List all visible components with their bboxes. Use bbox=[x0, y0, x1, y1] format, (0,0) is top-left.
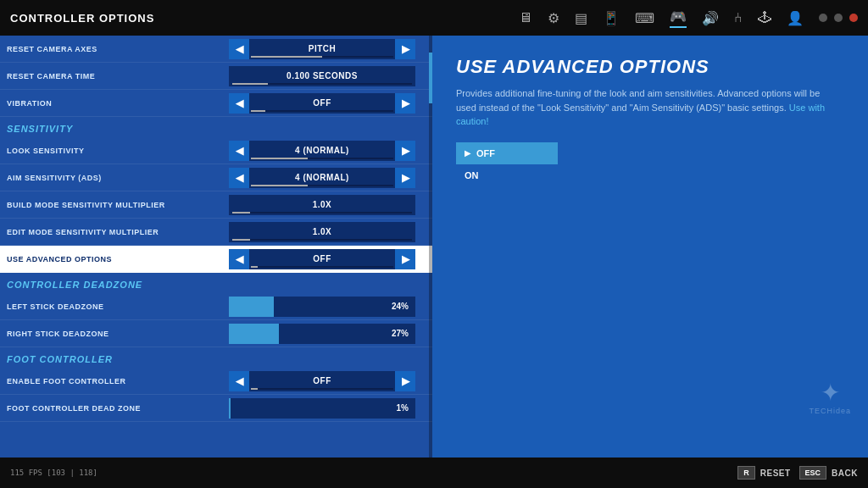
look-right-arrow[interactable]: ▶ bbox=[395, 141, 415, 161]
foot-deadzone-label: FOOT CONTROLLER DEAD ZONE bbox=[7, 404, 219, 413]
build-mode-bar[interactable]: 1.0x bbox=[229, 195, 415, 215]
use-advanced-toggle[interactable]: ◀ OFF ▶ bbox=[229, 249, 415, 269]
look-sensitivity-row[interactable]: LOOK SENSITIVITY ◀ 4 (NORMAL) ▶ bbox=[0, 137, 432, 164]
axes-slider bbox=[251, 56, 393, 58]
nav-icons: 🖥 ⚙ ▤ 📱 ⌨ 🎮 🔊 ⑃ 🕹 👤 bbox=[519, 8, 858, 28]
left-stick-control: 24% bbox=[219, 297, 426, 317]
time-value: 0.100 Seconds bbox=[229, 71, 415, 80]
reset-camera-time-bar[interactable]: 0.100 Seconds bbox=[229, 66, 415, 86]
look-left-arrow[interactable]: ◀ bbox=[229, 141, 249, 161]
nav-account-icon[interactable]: 👤 bbox=[787, 10, 804, 26]
option-on[interactable]: ON bbox=[456, 164, 558, 186]
foot-enable-toggle[interactable]: ◀ OFF ▶ bbox=[229, 371, 415, 391]
use-advanced-row[interactable]: USE ADVANCED OPTIONS ◀ OFF ▶ bbox=[0, 246, 432, 273]
foot-enable-control: ◀ OFF ▶ bbox=[219, 371, 426, 391]
axes-left-arrow[interactable]: ◀ bbox=[229, 39, 249, 59]
sensitivity-header: SENSITIVITY bbox=[0, 117, 432, 137]
main-layout: RESET CAMERA AXES ◀ PITCH ▶ ReSet CamERA… bbox=[0, 36, 868, 458]
foot-enable-value: OFF bbox=[249, 376, 395, 385]
nav-keyboard-icon[interactable]: ⌨ bbox=[635, 10, 654, 26]
deadzone-header: CONTROLLER DEADZONE bbox=[0, 273, 432, 293]
use-advanced-label: USE ADVANCED OPTIONS bbox=[7, 255, 219, 263]
foot-slider bbox=[251, 388, 393, 390]
nav-monitor-icon[interactable]: 🖥 bbox=[519, 10, 532, 25]
foot-deadzone-control: 1% bbox=[219, 398, 426, 419]
reset-button[interactable]: R RESET bbox=[737, 466, 790, 480]
reset-camera-axes-toggle[interactable]: ◀ PITCH ▶ bbox=[229, 39, 415, 59]
reset-camera-axes-control: ◀ PITCH ▶ bbox=[219, 39, 426, 59]
look-slider bbox=[251, 158, 393, 159]
reset-camera-time-control: 0.100 Seconds bbox=[219, 66, 426, 86]
window-title: CONTROLLER OPTIONS bbox=[10, 12, 154, 25]
right-stick-label: RIGHT STICK DEADZONE bbox=[7, 330, 219, 338]
nav-settings-icon[interactable]: ⚙ bbox=[548, 10, 559, 26]
nav-audio-icon[interactable]: 🔊 bbox=[702, 10, 719, 26]
nav-network-icon[interactable]: ⑃ bbox=[734, 10, 743, 25]
foot-deadzone-bar[interactable]: 1% bbox=[229, 398, 415, 419]
foot-right-arrow[interactable]: ▶ bbox=[395, 371, 415, 391]
bottom-bar: 115 FPS [103 | 118] R RESET ESC BACK bbox=[0, 458, 868, 488]
right-stick-value: 27% bbox=[392, 329, 409, 338]
reset-key: R bbox=[737, 466, 755, 480]
edit-mode-control: 1.0x bbox=[219, 222, 426, 242]
look-sensitivity-toggle[interactable]: ◀ 4 (NORMAL) ▶ bbox=[229, 141, 415, 161]
axes-right-arrow[interactable]: ▶ bbox=[395, 39, 415, 59]
nav-phone-icon[interactable]: 📱 bbox=[603, 10, 620, 26]
minimize-btn[interactable] bbox=[819, 14, 827, 22]
maximize-btn[interactable] bbox=[834, 14, 843, 22]
foot-enable-row[interactable]: ENABLE FOOT CONTROLLER ◀ OFF ▶ bbox=[0, 368, 432, 395]
right-panel: USE ADVANCED OPTIONS Provides additional… bbox=[432, 36, 868, 458]
back-key: ESC bbox=[799, 466, 827, 480]
watermark: ✦ TECHidea bbox=[809, 379, 851, 415]
nav-controller-icon[interactable]: 🎮 bbox=[670, 8, 687, 28]
advanced-slider bbox=[251, 266, 393, 268]
back-button[interactable]: ESC BACK bbox=[799, 466, 858, 480]
left-stick-label: LEFT STICK DEADZONE bbox=[7, 302, 219, 311]
watermark-icon: ✦ bbox=[809, 379, 851, 407]
vibration-label: VIBRATION bbox=[7, 99, 219, 108]
foot-deadzone-row[interactable]: FOOT CONTROLLER DEAD ZONE 1% bbox=[0, 395, 432, 422]
build-slider bbox=[232, 212, 412, 214]
aim-right-arrow[interactable]: ▶ bbox=[395, 168, 415, 188]
foot-deadzone-value: 1% bbox=[397, 403, 409, 413]
edit-mode-row[interactable]: EDIT MODE SENSITIVITY MULTIPLIER 1.0x bbox=[0, 219, 432, 246]
nav-display-icon[interactable]: ▤ bbox=[575, 10, 587, 26]
option-off-label: OFF bbox=[476, 148, 495, 158]
vibration-right-arrow[interactable]: ▶ bbox=[395, 93, 415, 114]
advanced-right-arrow[interactable]: ▶ bbox=[395, 249, 415, 269]
left-stick-bar[interactable]: 24% bbox=[229, 297, 415, 317]
adv-description-text: Provides additional fine-tuning of the l… bbox=[456, 88, 820, 113]
vibration-toggle[interactable]: ◀ OFF ▶ bbox=[229, 93, 415, 114]
right-stick-bar[interactable]: 27% bbox=[229, 324, 415, 344]
edit-slider bbox=[232, 239, 412, 241]
vibration-left-arrow[interactable]: ◀ bbox=[229, 93, 249, 114]
build-mode-row[interactable]: BUILD MODE SENSITIVITY MULTIPLIER 1.0x bbox=[0, 191, 432, 219]
reset-camera-axes-row[interactable]: RESET CAMERA AXES ◀ PITCH ▶ bbox=[0, 36, 432, 63]
right-stick-row[interactable]: RIGHT STICK DEADZONE 27% bbox=[0, 320, 432, 347]
adv-options-title: USE ADVANCED OPTIONS bbox=[456, 56, 844, 78]
reset-camera-time-row[interactable]: ReSet CamERA Time 0.100 Seconds bbox=[0, 63, 432, 90]
aim-slider bbox=[251, 185, 393, 186]
left-stick-row[interactable]: LEFT STICK DEADZONE 24% bbox=[0, 293, 432, 320]
window-controls bbox=[819, 14, 858, 22]
foot-left-arrow[interactable]: ◀ bbox=[229, 371, 249, 391]
edit-mode-bar[interactable]: 1.0x bbox=[229, 222, 415, 242]
option-on-label: ON bbox=[465, 170, 479, 180]
use-advanced-control: ◀ OFF ▶ bbox=[219, 249, 426, 269]
aim-value: 4 (NORMAL) bbox=[249, 173, 395, 182]
aim-sensitivity-toggle[interactable]: ◀ 4 (NORMAL) ▶ bbox=[229, 168, 415, 188]
close-btn[interactable] bbox=[849, 14, 858, 22]
option-off-arrow: ▶ bbox=[465, 148, 471, 158]
back-label: BACK bbox=[832, 469, 858, 478]
option-off[interactable]: ▶ OFF bbox=[456, 142, 558, 164]
advanced-left-arrow[interactable]: ◀ bbox=[229, 249, 249, 269]
aim-left-arrow[interactable]: ◀ bbox=[229, 168, 249, 188]
nav-gamepad-icon[interactable]: 🕹 bbox=[758, 10, 771, 25]
vibration-row[interactable]: VIBRATION ◀ OFF ▶ bbox=[0, 90, 432, 117]
axes-value: PITCH bbox=[249, 44, 395, 53]
reset-label: RESET bbox=[760, 469, 791, 478]
look-sensitivity-control: ◀ 4 (NORMAL) ▶ bbox=[219, 141, 426, 161]
aim-sensitivity-row[interactable]: AIM SENSITIVITY (ADS) ◀ 4 (NORMAL) ▶ bbox=[0, 164, 432, 191]
build-mode-value: 1.0x bbox=[229, 200, 415, 209]
foot-enable-label: ENABLE FOOT CONTROLLER bbox=[7, 377, 219, 385]
